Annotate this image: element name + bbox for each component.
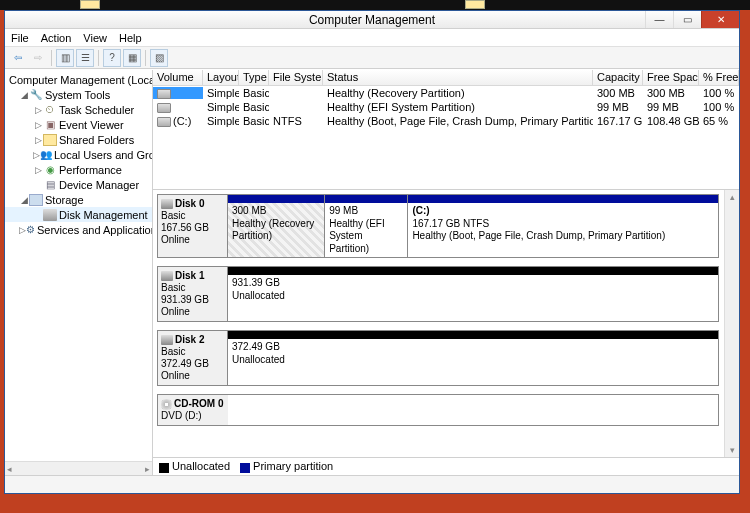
disk-graphical-view[interactable]: Disk 0Basic167.56 GBOnline300 MBHealthy … <box>153 190 739 457</box>
partition[interactable]: 99 MBHealthy (EFI System Partition) <box>324 195 407 257</box>
properties-button[interactable]: ☰ <box>76 49 94 67</box>
refresh-button[interactable]: ? <box>103 49 121 67</box>
disk-icon <box>161 335 173 345</box>
tree-storage[interactable]: Storage <box>45 194 84 206</box>
disk-info[interactable]: Disk 2Basic372.49 GBOnline <box>158 331 228 385</box>
col-free-space[interactable]: Free Space <box>643 70 699 85</box>
menu-view[interactable]: View <box>83 32 107 44</box>
up-button[interactable]: ▥ <box>56 49 74 67</box>
close-button[interactable]: ✕ <box>701 11 739 28</box>
taskbar-folder-icon[interactable] <box>80 0 100 9</box>
tree-event-viewer[interactable]: Event Viewer <box>59 119 124 131</box>
toolbar: ⇦ ⇨ ▥ ☰ ? ▦ ▧ <box>5 47 739 69</box>
devmgr-icon: ▤ <box>43 179 57 191</box>
tree-local-users[interactable]: Local Users and Groups <box>54 149 153 161</box>
volume-row[interactable]: (C:)SimpleBasicNTFSHealthy (Boot, Page F… <box>153 114 739 128</box>
computer-management-window: Computer Management — ▭ ✕ File Action Vi… <box>4 10 740 494</box>
tree-device-manager[interactable]: Device Manager <box>59 179 139 191</box>
details-pane: Volume Layout Type File System Status Ca… <box>153 70 739 475</box>
content-area: Computer Management (Local ◢🔧System Tool… <box>5 69 739 475</box>
disk-block[interactable]: Disk 2Basic372.49 GBOnline372.49 GBUnall… <box>157 330 719 386</box>
legend: Unallocated Primary partition <box>153 457 739 475</box>
titlebar[interactable]: Computer Management — ▭ ✕ <box>5 11 739 29</box>
tree-horizontal-scrollbar[interactable]: ◂▸ <box>5 461 152 475</box>
drive-icon <box>157 117 171 127</box>
volume-header-row: Volume Layout Type File System Status Ca… <box>153 70 739 86</box>
desktop-taskbar <box>0 0 750 10</box>
menu-help[interactable]: Help <box>119 32 142 44</box>
tree-system-tools[interactable]: System Tools <box>45 89 110 101</box>
volume-list[interactable]: Volume Layout Type File System Status Ca… <box>153 70 739 190</box>
graphical-vertical-scrollbar[interactable]: ▴▾ <box>724 190 739 457</box>
menu-file[interactable]: File <box>11 32 29 44</box>
partition[interactable]: 931.39 GBUnallocated <box>228 267 718 321</box>
maximize-button[interactable]: ▭ <box>673 11 701 28</box>
disk-icon <box>161 199 173 209</box>
legend-unallocated: Unallocated <box>159 460 230 472</box>
col-layout[interactable]: Layout <box>203 70 239 85</box>
col-filesystem[interactable]: File System <box>269 70 323 85</box>
col-type[interactable]: Type <box>239 70 269 85</box>
tools-icon: 🔧 <box>29 89 43 101</box>
legend-primary-partition: Primary partition <box>240 460 333 472</box>
storage-icon <box>29 194 43 206</box>
navigation-tree[interactable]: Computer Management (Local ◢🔧System Tool… <box>5 70 153 475</box>
cdrom-icon <box>161 399 172 410</box>
tree-disk-management[interactable]: Disk Management <box>59 209 148 221</box>
drive-icon <box>157 103 171 113</box>
menubar: File Action View Help <box>5 29 739 47</box>
perf-icon: ◉ <box>43 164 57 176</box>
disk-icon <box>161 271 173 281</box>
statusbar <box>5 475 739 493</box>
tree-task-scheduler[interactable]: Task Scheduler <box>59 104 134 116</box>
back-button[interactable]: ⇦ <box>9 49 27 67</box>
partition[interactable]: (C:)167.17 GB NTFSHealthy (Boot, Page Fi… <box>407 195 718 257</box>
window-title: Computer Management <box>5 13 739 27</box>
event-icon: ▣ <box>43 119 57 131</box>
volume-row[interactable]: SimpleBasicHealthy (EFI System Partition… <box>153 100 739 114</box>
scheduler-icon: ⏲ <box>43 104 57 116</box>
col-status[interactable]: Status <box>323 70 593 85</box>
tree-performance[interactable]: Performance <box>59 164 122 176</box>
col-volume[interactable]: Volume <box>153 70 203 85</box>
disk-info[interactable]: Disk 0Basic167.56 GBOnline <box>158 195 228 257</box>
tree-root[interactable]: Computer Management (Local <box>9 74 153 86</box>
extra-button[interactable]: ▧ <box>150 49 168 67</box>
disk-block[interactable]: Disk 0Basic167.56 GBOnline300 MBHealthy … <box>157 194 719 258</box>
help-button[interactable]: ▦ <box>123 49 141 67</box>
tree-services[interactable]: Services and Applications <box>37 224 153 236</box>
volume-row[interactable]: SimpleBasicHealthy (Recovery Partition)3… <box>153 86 739 100</box>
disk-info[interactable]: Disk 1Basic931.39 GBOnline <box>158 267 228 321</box>
cdrom-subtitle: DVD (D:) <box>161 410 225 422</box>
col-percent-free[interactable]: % Free <box>699 70 739 85</box>
diskmgmt-icon <box>43 209 57 221</box>
forward-button[interactable]: ⇨ <box>29 49 47 67</box>
taskbar-folder-icon[interactable] <box>465 0 485 9</box>
cdrom-block[interactable]: CD-ROM 0 DVD (D:) <box>157 394 719 426</box>
cdrom-title: CD-ROM 0 <box>174 398 223 410</box>
partition[interactable]: 300 MBHealthy (Recovery Partition) <box>228 195 324 257</box>
tree-shared-folders[interactable]: Shared Folders <box>59 134 134 146</box>
minimize-button[interactable]: — <box>645 11 673 28</box>
services-icon: ⚙ <box>26 224 35 236</box>
drive-icon <box>157 89 171 99</box>
partition[interactable]: 372.49 GBUnallocated <box>228 331 718 385</box>
menu-action[interactable]: Action <box>41 32 72 44</box>
folder-icon <box>43 134 57 146</box>
users-icon: 👥 <box>40 149 52 161</box>
col-capacity[interactable]: Capacity <box>593 70 643 85</box>
disk-block[interactable]: Disk 1Basic931.39 GBOnline931.39 GBUnall… <box>157 266 719 322</box>
